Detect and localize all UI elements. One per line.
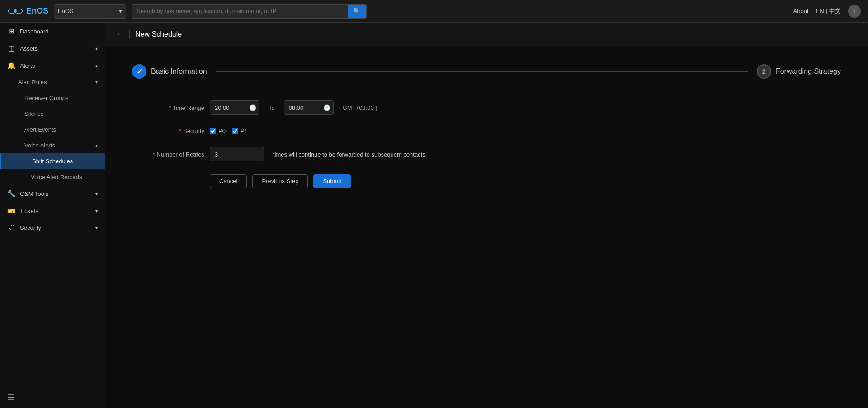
checkmark-icon: ✓ <box>137 67 142 76</box>
step-2-number: 2 <box>762 68 766 75</box>
time-start-input[interactable]: 🕐 <box>210 100 259 115</box>
back-button[interactable]: ← <box>116 29 124 39</box>
lang-switcher: EN | 中文 <box>816 7 841 15</box>
security-icon: 🛡 <box>7 224 15 232</box>
sidebar-label-security: Security <box>20 224 41 231</box>
main-layout: ⊞ Dashboard ◫ Assets ▾ 🔔 Alerts ▴ Alert … <box>0 23 868 408</box>
dashboard-icon: ⊞ <box>7 27 15 35</box>
time-separator: To <box>265 104 278 111</box>
security-row: * Security P0 P1 <box>132 128 841 134</box>
retries-input[interactable] <box>210 147 264 161</box>
sidebar-item-receiver-groups[interactable]: Receiver Groups <box>0 90 105 106</box>
step-1-circle: ✓ <box>132 64 146 79</box>
time-range-row: * Time Range 🕐 To 🕐 ( GMT+08:00 ) <box>132 100 841 115</box>
search-button[interactable]: 🔍 <box>348 5 366 18</box>
chevron-down-icon: ▾ <box>119 8 122 14</box>
retries-suffix-text: times will continue to be forwarded to s… <box>273 151 427 158</box>
content-area: ← New Schedule ✓ Basic Information 2 <box>105 23 868 408</box>
sidebar-label-silence: Silence <box>24 110 44 117</box>
required-mark-security: * <box>179 128 181 134</box>
sidebar-bottom: ☰ <box>0 387 105 408</box>
page-header: ← New Schedule <box>105 23 868 46</box>
p1-checkbox[interactable] <box>232 128 238 134</box>
sidebar-label-alert-rules: Alert Rules <box>18 79 47 85</box>
sidebar-item-tickets[interactable]: 🎫 Tickets ▾ <box>0 202 105 219</box>
security-label: * Security <box>132 128 204 134</box>
button-row: Cancel Previous Step Submit <box>132 174 841 188</box>
sidebar-item-dashboard[interactable]: ⊞ Dashboard <box>0 23 105 40</box>
submit-button[interactable]: Submit <box>313 174 350 188</box>
p0-checkbox-item[interactable]: P0 <box>210 128 226 134</box>
sidebar-label-alerts: Alerts <box>20 62 35 69</box>
p0-label: P0 <box>218 128 226 134</box>
logo: EnOS <box>7 5 48 18</box>
header-divider <box>129 30 130 39</box>
clock-icon-end: 🕐 <box>323 104 330 111</box>
p1-checkbox-item[interactable]: P1 <box>232 128 248 134</box>
assets-icon: ◫ <box>7 44 15 52</box>
avatar[interactable]: t <box>848 5 861 18</box>
sidebar-item-alert-events[interactable]: Alert Events <box>0 122 105 138</box>
step-bar: ✓ Basic Information 2 Forwarding Strateg… <box>132 64 841 79</box>
sidebar-item-shift-schedules[interactable]: Shift Schedules <box>0 153 105 169</box>
sidebar: ⊞ Dashboard ◫ Assets ▾ 🔔 Alerts ▴ Alert … <box>0 23 105 408</box>
svg-point-2 <box>14 9 17 12</box>
chevron-down-icon-security: ▾ <box>95 225 98 230</box>
menu-icon[interactable]: ☰ <box>7 393 14 402</box>
sidebar-item-om-tools[interactable]: 🔧 O&M Tools ▾ <box>0 185 105 202</box>
security-checkbox-group: P0 P1 <box>210 128 248 134</box>
chevron-up-icon-alerts: ▴ <box>95 63 98 68</box>
sidebar-item-alert-rules[interactable]: Alert Rules ▾ <box>0 74 105 90</box>
lang-zh[interactable]: 中文 <box>829 7 841 15</box>
step-2-label: Forwarding Strategy <box>776 67 841 76</box>
sidebar-item-voice-alert-records[interactable]: Voice Alert Records <box>0 169 105 185</box>
search-input[interactable] <box>132 8 348 14</box>
required-mark-retries: * <box>153 151 155 158</box>
step-2-circle: 2 <box>757 64 771 79</box>
chevron-up-icon-voice-alerts: ▴ <box>95 143 98 148</box>
sidebar-label-shift-schedules: Shift Schedules <box>32 158 73 165</box>
sidebar-item-assets[interactable]: ◫ Assets ▾ <box>0 40 105 57</box>
tickets-icon: 🎫 <box>7 207 15 215</box>
sidebar-label-voice-alert-records: Voice Alert Records <box>31 174 82 180</box>
logo-text: EnOS <box>26 6 48 16</box>
topbar: EnOS EnOS ▾ 🔍 About EN | 中文 t <box>0 0 868 23</box>
chevron-down-icon-tickets: ▾ <box>95 209 98 213</box>
about-link[interactable]: About <box>793 8 809 14</box>
sidebar-item-alerts[interactable]: 🔔 Alerts ▴ <box>0 57 105 74</box>
chevron-down-icon-alert-rules: ▾ <box>95 80 98 85</box>
page-title: New Schedule <box>135 30 182 38</box>
sidebar-label-alert-events: Alert Events <box>24 126 56 133</box>
sidebar-item-security[interactable]: 🛡 Security ▾ <box>0 219 105 236</box>
required-mark: * <box>169 104 171 111</box>
step-line <box>216 71 748 72</box>
time-end-input[interactable]: 🕐 <box>284 100 334 115</box>
chevron-up-icon: ▾ <box>95 46 98 51</box>
sidebar-item-silence[interactable]: Silence <box>0 106 105 122</box>
sidebar-item-voice-alerts[interactable]: Voice Alerts ▴ <box>0 138 105 153</box>
time-range-label: * Time Range <box>132 104 204 111</box>
step-1-group: ✓ Basic Information <box>132 64 207 79</box>
env-selector-value: EnOS <box>58 8 74 14</box>
previous-step-button[interactable]: Previous Step <box>252 174 308 188</box>
sidebar-label-tickets: Tickets <box>20 208 38 214</box>
form-area: ✓ Basic Information 2 Forwarding Strateg… <box>105 46 868 206</box>
env-selector[interactable]: EnOS ▾ <box>54 4 126 19</box>
timezone-label: ( GMT+08:00 ) <box>339 104 377 111</box>
om-tools-icon: 🔧 <box>7 190 15 198</box>
p0-checkbox[interactable] <box>210 128 216 134</box>
step-2-group: 2 Forwarding Strategy <box>757 64 841 79</box>
sidebar-label-receiver-groups: Receiver Groups <box>24 95 69 101</box>
lang-en[interactable]: EN <box>816 8 824 14</box>
step-1-label: Basic Information <box>151 67 207 76</box>
time-end-field[interactable] <box>289 104 321 111</box>
topbar-right: About EN | 中文 t <box>793 5 861 18</box>
chevron-down-icon-om: ▾ <box>95 191 98 196</box>
sidebar-label-dashboard: Dashboard <box>20 28 49 35</box>
clock-icon: 🕐 <box>249 104 256 111</box>
time-start-field[interactable] <box>215 104 246 111</box>
retries-label: * Number of Retries <box>132 151 204 158</box>
retries-row: * Number of Retries times will continue … <box>132 147 841 161</box>
cancel-button[interactable]: Cancel <box>210 174 247 188</box>
p1-label: P1 <box>241 128 248 134</box>
